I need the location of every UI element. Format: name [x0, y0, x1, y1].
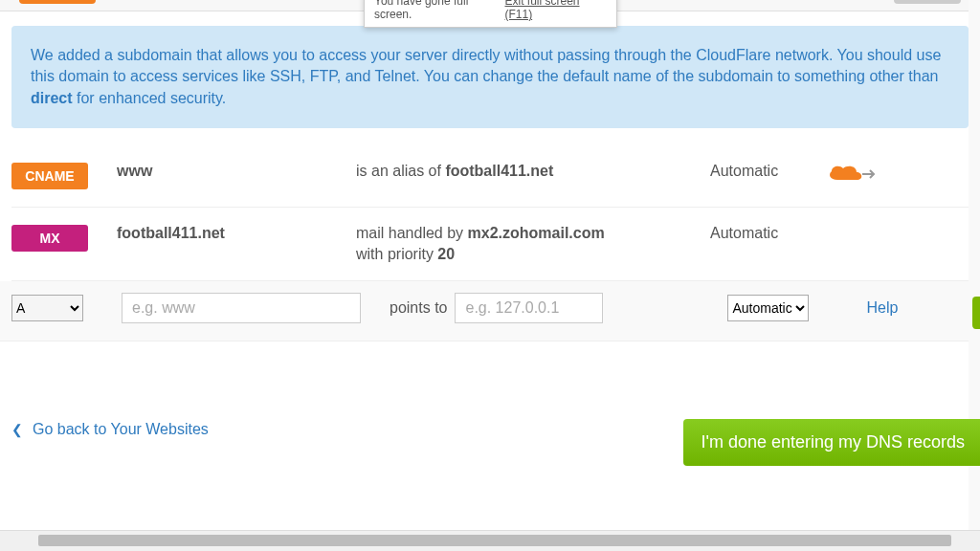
done-button[interactable]: I'm done entering my DNS records — [683, 419, 980, 466]
points-to-label: points to — [390, 299, 447, 317]
record-ttl: Automatic — [710, 225, 815, 242]
record-value: mail handled by mx2.zohomail.com with pr… — [356, 225, 710, 263]
table-row: CNAME www is an alias of football411.net… — [11, 145, 969, 208]
record-type-badge: MX — [11, 225, 88, 252]
help-link[interactable]: Help — [866, 299, 898, 317]
add-record-button-edge[interactable] — [972, 297, 980, 329]
back-link[interactable]: ❮ Go back to Your Websites — [11, 421, 209, 438]
record-type-badge: CNAME — [11, 163, 88, 189]
record-value-input[interactable] — [455, 293, 603, 323]
horizontal-scrollbar[interactable] — [0, 530, 980, 551]
dns-records-table: CNAME www is an alias of football411.net… — [11, 145, 969, 281]
table-row: MX football411.net mail handled by mx2.z… — [11, 208, 969, 281]
fullscreen-notice: You have gone full screen. Exit full scr… — [364, 0, 617, 28]
record-ttl: Automatic — [710, 163, 815, 180]
scrollbar-thumb[interactable] — [38, 535, 951, 546]
fullscreen-msg: You have gone full screen. — [374, 0, 504, 21]
partial-orange-button — [19, 0, 96, 4]
partial-gray-button — [894, 0, 961, 4]
cloudflare-proxy-toggle[interactable] — [815, 163, 882, 188]
cloud-icon — [820, 163, 878, 188]
record-value: is an alias of football411.net — [356, 163, 710, 180]
ttl-select[interactable]: Automatic — [727, 295, 809, 321]
record-name-input[interactable] — [122, 293, 361, 323]
record-name: www — [117, 163, 356, 180]
info-banner: We added a subdomain that allows you to … — [11, 26, 969, 128]
add-record-row: A points to Automatic Help — [0, 281, 980, 342]
record-type-select[interactable]: A — [11, 295, 83, 321]
exit-fullscreen-link[interactable]: Exit full screen (F11) — [504, 0, 607, 21]
record-name: football411.net — [117, 225, 356, 242]
chevron-left-icon: ❮ — [11, 422, 23, 437]
